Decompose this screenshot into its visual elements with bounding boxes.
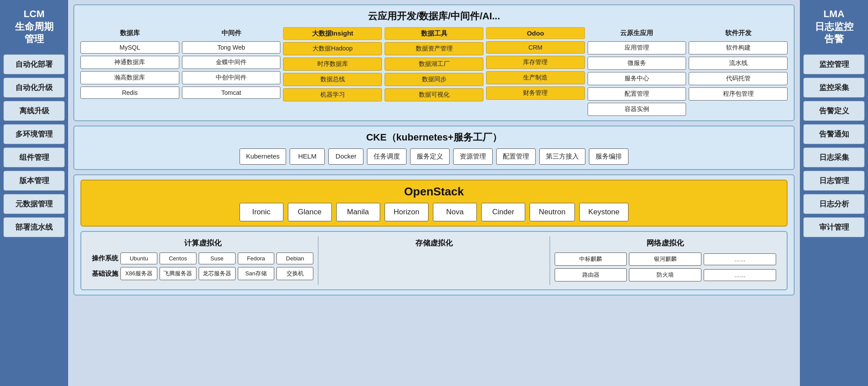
virt-suse: Suse (199, 253, 236, 264)
cn-container: 容器实例 (588, 103, 686, 116)
odoo-finance: 财务管理 (486, 87, 585, 100)
virt-firewall: 防火墙 (629, 268, 701, 281)
sd-pipeline: 流水线 (689, 57, 788, 70)
odoo-inventory: 库存管理 (486, 56, 585, 69)
dt-lakehouse: 数据湖工厂 (385, 58, 483, 71)
os-virt-wrapper: OpenStack Ironic Glance Manila Horizon N… (73, 174, 795, 296)
cloud-col-cloudnative: 云原生应用 应用管理 微服务 服务中心 配置管理 容器实例 (588, 27, 686, 116)
sidebar-item-component-mgmt[interactable]: 组件管理 (4, 148, 65, 167)
cloud-col-database: 数据库 MySQL 神通数据库 瀚高数据库 Redis (80, 27, 179, 99)
virt-fedora: Fedora (238, 253, 275, 264)
virt-row-os: 操作系统 Ubuntu Centos Suse Fedora Debian (92, 253, 313, 264)
bd-databus: 数据总线 (283, 73, 382, 86)
openstack-section: OpenStack Ironic Glance Manila Horizon N… (80, 180, 788, 227)
db-redis: Redis (80, 87, 179, 99)
cke-section: CKE（kubernetes+服务工厂） Kubernetes HELM Doc… (73, 126, 795, 170)
bd-ml: 机器学习 (283, 88, 382, 101)
cke-config-mgmt: 配置管理 (496, 148, 536, 165)
virt-galaxy-kylin: 银河麒麟 (629, 253, 701, 266)
virt-ubuntu: Ubuntu (120, 253, 157, 264)
virt-col-storage-title: 存储虚拟化 (323, 236, 545, 250)
virt-phytium: 飞腾服务器 (160, 267, 196, 280)
sidebar-item-version-mgmt[interactable]: 版本管理 (4, 171, 65, 191)
sidebar-item-alert-def[interactable]: 告警定义 (803, 101, 864, 121)
sidebar-item-offline-upgrade[interactable]: 离线升级 (4, 101, 65, 121)
sd-pkgmgmt: 程序包管理 (689, 87, 788, 101)
sidebar-item-metadata-mgmt[interactable]: 元数据管理 (4, 194, 65, 214)
dt-sync: 数据同步 (385, 73, 483, 86)
cke-thirdparty: 第三方接入 (539, 148, 585, 165)
cloud-col-middleware: 中间件 Tong Web 金蝶中间件 中创中间件 Tomcat (182, 27, 281, 99)
cke-items: Kubernetes HELM Docker 任务调度 服务定义 资源管理 配置… (80, 148, 788, 165)
virt-columns: 计算虚拟化 操作系统 Ubuntu Centos Suse Fedora Deb… (87, 236, 781, 285)
openstack-items: Ironic Glance Manila Horizon Nova Cinder… (87, 203, 781, 221)
col-header-cloudnative: 云原生应用 (588, 27, 686, 39)
db-mysql: MySQL (80, 41, 179, 54)
cloud-col-datatools: 数据工具 数据资产管理 数据湖工厂 数据同步 数据可视化 (385, 27, 483, 101)
virt-row-storage-infra (323, 270, 545, 285)
cloud-col-softdev: 软件开发 软件构建 流水线 代码托管 程序包管理 (689, 27, 788, 101)
col-header-softdev: 软件开发 (689, 27, 788, 39)
bd-hadoop: 大数据Hadoop (283, 42, 382, 55)
virt-debian: Debian (276, 253, 313, 264)
os-nova: Nova (433, 203, 477, 221)
virt-os-ellipsis: …… (704, 253, 776, 265)
os-neutron: Neutron (530, 203, 574, 221)
mw-tomcat: Tomcat (182, 87, 281, 99)
virt-centos: Centos (160, 253, 196, 264)
cke-resource-mgmt: 资源管理 (453, 148, 493, 165)
db-shentong: 神通数据库 (80, 56, 179, 69)
cn-configmgmt: 配置管理 (588, 87, 686, 101)
sidebar-item-monitor-collect[interactable]: 监控采集 (803, 78, 864, 97)
virt-col-compute: 计算虚拟化 操作系统 Ubuntu Centos Suse Fedora Deb… (87, 236, 319, 285)
cloud-col-bigdata: 大数据Insight 大数据Hadoop 时序数据库 数据总线 机器学习 (283, 27, 382, 101)
virt-infra-label: 基础设施 (92, 270, 118, 278)
sidebar-item-audit-mgmt[interactable]: 审计管理 (803, 217, 864, 237)
cke-section-title: CKE（kubernetes+服务工厂） (80, 131, 788, 144)
cloud-col-odoo: Odoo CRM 库存管理 生产制造 财务管理 (486, 27, 585, 100)
sidebar-item-log-mgmt[interactable]: 日志管理 (803, 171, 864, 191)
sidebar-item-auto-upgrade[interactable]: 自动化升级 (4, 78, 65, 97)
virt-router: 路由器 (555, 268, 627, 281)
cke-helm: HELM (290, 148, 325, 165)
os-glance: Glance (288, 203, 332, 221)
bd-timeseries: 时序数据库 (283, 58, 382, 71)
sidebar-item-deploy-pipeline[interactable]: 部署流水线 (4, 217, 65, 237)
sd-coderepo: 代码托管 (689, 72, 788, 85)
sidebar-item-log-collect[interactable]: 日志采集 (803, 148, 864, 167)
odoo-manufacturing: 生产制造 (486, 71, 585, 84)
sidebar-item-multi-env[interactable]: 多环境管理 (4, 124, 65, 144)
sidebar-item-monitor-mgmt[interactable]: 监控管理 (803, 54, 864, 74)
cloud-section: 云应用开发/数据库/中间件/AI... 数据库 MySQL 神通数据库 瀚高数据… (73, 4, 795, 121)
sidebar-right-title: LMA日志监控告警 (815, 4, 853, 51)
virt-col-network-title: 网络虚拟化 (555, 236, 776, 250)
virt-row-net-infra: 路由器 防火墙 …… (555, 268, 776, 281)
cke-service-orch: 服务编排 (589, 148, 628, 165)
col-header-database: 数据库 (80, 27, 179, 39)
col-header-middleware: 中间件 (182, 27, 281, 39)
virt-loongson: 龙芯服务器 (199, 267, 236, 280)
virt-row-infra: 基础设施 X86服务器 飞腾服务器 龙芯服务器 San存储 交换机 (92, 267, 313, 280)
os-horizon: Horizon (385, 203, 429, 221)
virt-os-label: 操作系统 (92, 254, 118, 263)
sidebar-item-auto-deploy[interactable]: 自动化部署 (4, 54, 65, 74)
dt-viz: 数据可视化 (385, 88, 483, 101)
col-header-odoo: Odoo (486, 27, 585, 39)
mw-tongweb: Tong Web (182, 41, 281, 54)
virt-col-storage: 存储虚拟化 (319, 236, 550, 285)
virt-san: San存储 (238, 267, 275, 280)
sidebar-left-title: LCM生命周期管理 (15, 4, 54, 51)
cn-appmgmt: 应用管理 (588, 41, 686, 54)
cke-kubernetes: Kubernetes (240, 148, 287, 165)
os-cinder: Cinder (481, 203, 525, 221)
virt-row-storage-os (323, 253, 545, 267)
virt-row-net-os: 中标麒麟 银河麒麟 …… (555, 253, 776, 266)
sidebar-item-alert-notify[interactable]: 告警通知 (803, 124, 864, 144)
virt-col-compute-title: 计算虚拟化 (92, 236, 313, 250)
cke-service-def: 服务定义 (410, 148, 450, 165)
cn-servicecenter: 服务中心 (588, 72, 686, 85)
openstack-title: OpenStack (87, 185, 781, 198)
sidebar-right: LMA日志监控告警 监控管理 监控采集 告警定义 告警通知 日志采集 日志管理 … (800, 0, 868, 386)
sidebar-left: LCM生命周期管理 自动化部署 自动化升级 离线升级 多环境管理 组件管理 版本… (0, 0, 68, 386)
sidebar-item-log-analysis[interactable]: 日志分析 (803, 194, 864, 214)
